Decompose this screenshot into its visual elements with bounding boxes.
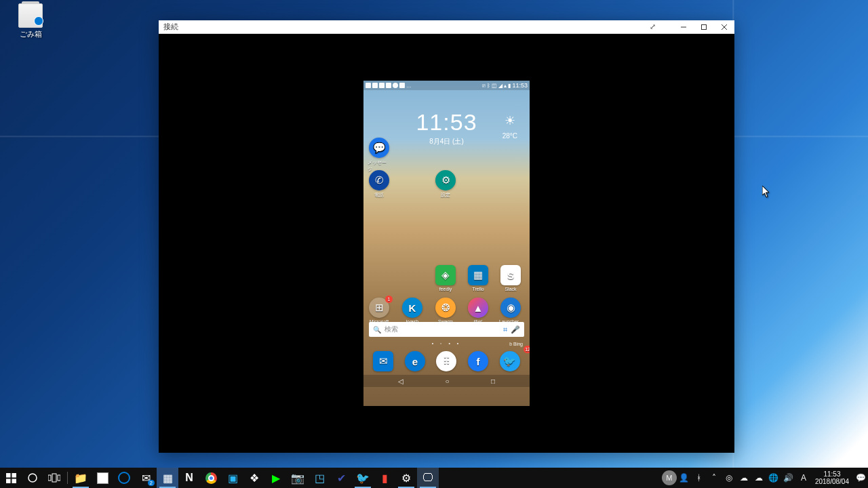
twitter-icon: 🐦	[500, 351, 520, 371]
mail-badge: 2	[148, 480, 155, 486]
facebook-icon: f	[468, 351, 488, 371]
folder-microsoft[interactable]: ⊞ 1 Microsoft	[368, 298, 391, 324]
tray-bluetooth[interactable]: ᚼ	[692, 468, 707, 488]
taskbar-app-3[interactable]: ❖	[243, 468, 265, 488]
notif-icon	[399, 83, 405, 88]
taskbar-edge[interactable]	[113, 468, 135, 488]
phone-statusbar[interactable]: … ⎚ ᛒ ◫ ◢ ▴ ▮ 11:53	[363, 81, 530, 90]
task-view-button[interactable]	[43, 468, 65, 488]
dock-outlook[interactable]: ✉ 1	[372, 351, 395, 371]
desktop[interactable]: ごみ箱 接続 ⤢	[0, 0, 868, 488]
taskbar-clock[interactable]: 11:53 2018/08/04	[811, 470, 853, 485]
dock-twitter[interactable]: 🐦 12	[498, 351, 521, 371]
start-button[interactable]	[0, 468, 22, 488]
launcher-icon: ◉	[500, 298, 521, 318]
notif-icon	[386, 83, 391, 88]
app-slack[interactable]: S Slack	[499, 265, 522, 291]
phone-screen[interactable]: … ⎚ ᛒ ◫ ◢ ▴ ▮ 11:53 11:53 8月4日 (土)	[363, 81, 530, 406]
tray-people[interactable]: 👤	[677, 468, 692, 488]
battery-icon: ▮	[508, 83, 511, 89]
taskbar-twitter[interactable]: 🐦	[352, 468, 374, 488]
tray-volume-icon[interactable]: 🔊	[781, 468, 796, 488]
close-button[interactable]	[714, 20, 734, 34]
weather-widget[interactable]: ☀ 28°C	[502, 113, 517, 140]
app-swarm[interactable]: ❂ Swarm	[434, 298, 457, 324]
avatar: M	[662, 470, 677, 485]
qr-icon[interactable]: ⌗	[503, 325, 507, 334]
maximize-button[interactable]	[694, 20, 714, 34]
badge: 1	[385, 296, 393, 303]
svg-rect-7	[12, 479, 16, 483]
cortana-button[interactable]	[22, 468, 43, 488]
taskbar-chrome[interactable]	[200, 468, 222, 488]
notif-icon	[379, 83, 384, 88]
action-center-button[interactable]: 💬	[853, 468, 868, 488]
tray-location-icon[interactable]: ◎	[722, 468, 736, 488]
tray-network-icon[interactable]: 🌐	[766, 468, 781, 488]
tray-onedrive-icon[interactable]: ☁	[751, 468, 766, 488]
taskbar-store[interactable]	[92, 468, 113, 488]
app-label: Trello	[472, 287, 484, 291]
wifi-icon: ◢	[498, 83, 502, 89]
store-icon	[97, 472, 108, 484]
nav-back[interactable]: ◁	[398, 378, 403, 385]
nav-home[interactable]: ○	[445, 378, 449, 385]
taskbar-settings[interactable]: ⚙	[395, 468, 417, 488]
tray-chevron-up-icon[interactable]: ˄	[707, 468, 722, 488]
app-settings[interactable]: ⚙ 設定	[434, 170, 457, 199]
taskbar-camera[interactable]: 📷	[287, 468, 309, 488]
svg-rect-1	[702, 24, 707, 29]
system-tray: M 👤 ᚼ ˄ ◎ ☁ ☁ 🌐 🔊 A 11:53 2018/08/04 💬	[662, 468, 868, 488]
taskbar-connect[interactable]: 🖵	[417, 468, 439, 488]
tray-user[interactable]: M	[662, 468, 677, 488]
app-trello[interactable]: ▦ Trello	[467, 265, 490, 291]
taskbar-app-2[interactable]: ▣	[222, 468, 243, 488]
cast-icon: ⎚	[482, 83, 486, 89]
notif-icon	[393, 83, 398, 88]
taskbar-app-5[interactable]: ▮	[374, 468, 395, 488]
bluetooth-icon: ᛒ	[487, 83, 490, 89]
app-phone[interactable]: ✆ 電話	[368, 170, 391, 199]
taskbar-todo[interactable]: ✔	[330, 468, 352, 488]
taskbar-divider	[67, 472, 68, 484]
tray-ime[interactable]: A	[796, 468, 811, 488]
svg-rect-11	[58, 475, 60, 481]
mouse-cursor	[762, 186, 770, 198]
recycle-bin[interactable]: ごみ箱	[10, 3, 51, 39]
mic-icon[interactable]: 🎤	[511, 325, 520, 334]
page-indicator: • ◦ • •	[363, 341, 530, 346]
recycle-bin-label: ごみ箱	[10, 29, 51, 39]
svg-rect-6	[6, 479, 11, 483]
titlebar[interactable]: 接続 ⤢	[159, 20, 734, 34]
search-bar[interactable]: 🔍 検索 ⌗ 🎤	[369, 322, 524, 337]
taskbar[interactable]: 📁 ✉2 ▦ N ▣ ❖ ▶ 📷 ◳ ✔ 🐦 ▮ ⚙ 🖵 M 👤 ᚼ ˄ ◎ ☁…	[0, 468, 868, 488]
feedly-icon: ◈	[435, 265, 456, 285]
app-label: 電話	[374, 192, 384, 199]
dock-app-drawer[interactable]: ⠿	[435, 351, 458, 371]
badge: 12	[524, 346, 530, 353]
tray-onedrive-icon[interactable]: ☁	[736, 468, 751, 488]
phone-dock: ✉ 1 e ⠿ f 🐦	[363, 348, 530, 375]
taskbar-play[interactable]: ▶	[265, 468, 287, 488]
app-messages[interactable]: 💬 メッセージ	[368, 138, 391, 173]
taskbar-notion[interactable]: N	[178, 468, 200, 488]
sun-icon: ☀	[502, 113, 517, 128]
taskbar-mail[interactable]: ✉2	[135, 468, 157, 488]
app-feedly[interactable]: ◈ feedly	[434, 265, 457, 291]
slack-icon: S	[500, 265, 521, 285]
app-kyash[interactable]: K kyash	[401, 298, 424, 324]
notif-icon	[372, 83, 378, 88]
taskbar-app-1[interactable]: ▦	[157, 468, 178, 488]
projection-viewport: … ⎚ ᛒ ◫ ◢ ▴ ▮ 11:53 11:53 8月4日 (土)	[159, 34, 734, 453]
phone-home[interactable]: 11:53 8月4日 (土) ☀ 28°C 💬 メッセージ ✆ 電話	[363, 90, 530, 375]
taskbar-time: 11:53	[815, 470, 849, 478]
nav-recents[interactable]: □	[491, 378, 495, 385]
taskbar-app-4[interactable]: ◳	[309, 468, 330, 488]
taskbar-explorer[interactable]: 📁	[70, 468, 92, 488]
expand-icon[interactable]: ⤢	[645, 22, 660, 31]
dock-edge[interactable]: e	[403, 351, 427, 371]
dock-facebook[interactable]: f	[467, 351, 490, 371]
edge-icon: e	[405, 351, 425, 371]
minimize-button[interactable]	[673, 20, 694, 34]
swarm-icon: ❂	[435, 298, 456, 318]
